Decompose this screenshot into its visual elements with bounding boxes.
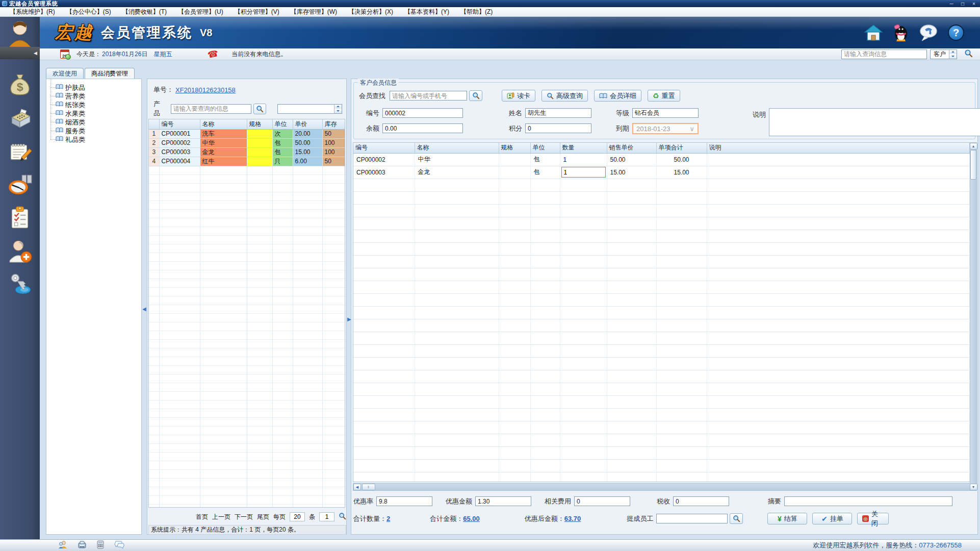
col-code[interactable]: 编号 (353, 143, 415, 153)
cart-horizontal-scrollbar[interactable]: ◀ ‖ (353, 483, 970, 491)
chat-bubbles-icon[interactable] (114, 540, 124, 550)
scrollbar-thumb[interactable]: ‖ (362, 484, 375, 490)
tax-input[interactable] (673, 496, 729, 506)
tree-item-paper[interactable]: 纸张类 (48, 101, 139, 109)
settle-button[interactable]: ¥ 结算 (767, 513, 807, 524)
tab-welcome[interactable]: 欢迎使用 (46, 68, 84, 79)
tree-item-fruit[interactable]: 水果类 (48, 109, 139, 118)
cart-qty-input[interactable] (561, 167, 606, 178)
scrollbar-thumb[interactable] (970, 150, 976, 180)
cart-row[interactable]: CP000002中华 包 150.00 50.00 (353, 153, 970, 166)
member-level-input[interactable] (632, 108, 699, 118)
user-avatar[interactable] (0, 17, 40, 47)
member-balance-input[interactable] (382, 123, 463, 133)
col-qty[interactable]: 数量 (560, 143, 607, 153)
money-bag-icon[interactable]: $ (7, 72, 33, 98)
menu-help[interactable]: 【帮助】(Z) (455, 7, 498, 16)
member-name-input[interactable] (525, 108, 591, 118)
call-bubble-icon[interactable] (919, 23, 938, 42)
menu-office[interactable]: 【办公中心】(S) (61, 7, 117, 16)
global-search-input[interactable] (841, 49, 927, 59)
col-name[interactable]: 名称 (415, 143, 499, 153)
cart-row[interactable]: CP000003金龙 包 15.00 15.00 (353, 166, 970, 179)
minimize-button[interactable]: ─ (947, 1, 956, 7)
product-search-input[interactable] (171, 104, 251, 114)
col-unit[interactable]: 单位 (272, 119, 293, 129)
product-row[interactable]: 4CP000004 红牛 只6.00 50 (149, 157, 345, 166)
total-amount-value[interactable]: 65.00 (463, 515, 480, 522)
cart-vertical-scrollbar[interactable]: ▲ ▼ (970, 142, 977, 491)
scroll-up-icon[interactable]: ▲ (970, 143, 977, 149)
col-spec[interactable]: 规格 (247, 119, 272, 129)
home-icon[interactable] (864, 23, 883, 42)
hold-order-button[interactable]: ✔ 挂单 (812, 513, 852, 524)
member-search-icon[interactable] (469, 90, 482, 101)
summary-input[interactable] (784, 496, 952, 506)
member-detail-button[interactable]: 会员详细 (594, 90, 641, 102)
splitter-collapse-right[interactable]: ▶ (347, 316, 351, 322)
menu-basic[interactable]: 【基本资料】(Y) (399, 7, 455, 16)
scroll-left-icon[interactable]: ◀ (353, 484, 361, 490)
tree-item-service[interactable]: 服务类 (48, 127, 139, 135)
order-no-link[interactable]: XF20180126230158 (175, 86, 236, 94)
product-row[interactable]: 3CP000003 金龙 包15.00 100 (149, 147, 345, 157)
checklist-clipboard-icon[interactable] (7, 205, 33, 231)
discount-rate-input[interactable] (376, 496, 432, 506)
menu-system[interactable]: 【系统维护】(R) (4, 7, 61, 16)
menu-points[interactable]: 【积分管理】(V) (229, 7, 285, 16)
calculator-icon[interactable] (97, 540, 104, 550)
commission-staff-input[interactable] (656, 514, 728, 523)
product-search-icon[interactable] (253, 104, 267, 114)
tree-item-nutrition[interactable]: 营养类 (48, 92, 139, 101)
menu-consume[interactable]: 【消费收银】(T) (117, 7, 172, 16)
tab-product-consume[interactable]: 商品消费管理 (85, 68, 135, 79)
total-qty-value[interactable]: 2 (386, 515, 390, 522)
tree-item-gift[interactable]: 礼品类 (48, 135, 139, 144)
discount-amount-input[interactable] (475, 496, 531, 506)
pos-terminal-icon[interactable] (7, 106, 33, 131)
reset-button[interactable]: ♻ 重置 (648, 90, 680, 102)
close-button[interactable]: × (970, 1, 978, 7)
keys-icon[interactable] (7, 271, 33, 297)
notepad-pencil-icon[interactable] (7, 139, 33, 164)
col-spec[interactable]: 规格 (499, 143, 530, 153)
menu-member[interactable]: 【会员管理】(U) (172, 7, 229, 16)
col-note[interactable]: 说明 (707, 143, 970, 153)
global-search-icon[interactable] (964, 49, 973, 59)
col-stock[interactable]: 库存 (322, 119, 345, 129)
product-row[interactable]: 1CP000001 洗车 次20.00 50 (149, 129, 345, 138)
advanced-query-button[interactable]: 高级查询 (541, 90, 588, 102)
qq-messenger-icon[interactable] (891, 23, 911, 42)
fax-phone-icon[interactable] (78, 540, 87, 550)
col-name[interactable]: 名称 (200, 119, 247, 129)
splitter-collapse-left[interactable]: ◀ (142, 306, 146, 312)
add-user-icon[interactable] (7, 238, 33, 264)
page-next[interactable]: 下一页 (235, 513, 253, 521)
col-code[interactable]: 编号 (159, 119, 200, 129)
page-number-input[interactable] (319, 512, 334, 521)
member-note-textarea[interactable] (769, 108, 980, 136)
contacts-icon[interactable] (58, 540, 67, 550)
tree-item-tobacco[interactable]: 烟酒类 (48, 118, 139, 127)
sidebar-collapse-bar[interactable]: ◀ (0, 47, 40, 59)
menu-stock[interactable]: 【库存管理】(W) (285, 7, 343, 16)
close-tab-button[interactable]: ◎ 关闭 (857, 513, 889, 524)
page-go-icon[interactable] (339, 512, 346, 521)
search-category-select[interactable]: 客户 (930, 49, 957, 59)
col-sale-price[interactable]: 销售单价 (607, 143, 656, 153)
spinner-buttons[interactable] (949, 50, 957, 59)
read-card-button[interactable]: 读卡 (502, 90, 535, 102)
col-unit[interactable]: 单位 (530, 143, 560, 153)
tree-item-skincare[interactable]: 护肤品 (48, 83, 139, 92)
member-search-input[interactable] (390, 91, 467, 101)
scroll-down-icon[interactable]: ▼ (970, 484, 977, 490)
col-line-total[interactable]: 单项合计 (656, 143, 707, 153)
related-fee-input[interactable] (574, 496, 630, 506)
spinner-buttons[interactable] (334, 105, 342, 113)
help-icon[interactable]: ? (946, 23, 966, 42)
member-expire-select[interactable]: 2018-01-23 ∨ (632, 123, 699, 134)
page-prev[interactable]: 上一页 (212, 513, 230, 521)
after-discount-value[interactable]: 63.70 (564, 515, 581, 522)
product-category-select[interactable] (277, 104, 342, 114)
menu-analysis[interactable]: 【决策分析】(X) (343, 7, 399, 16)
